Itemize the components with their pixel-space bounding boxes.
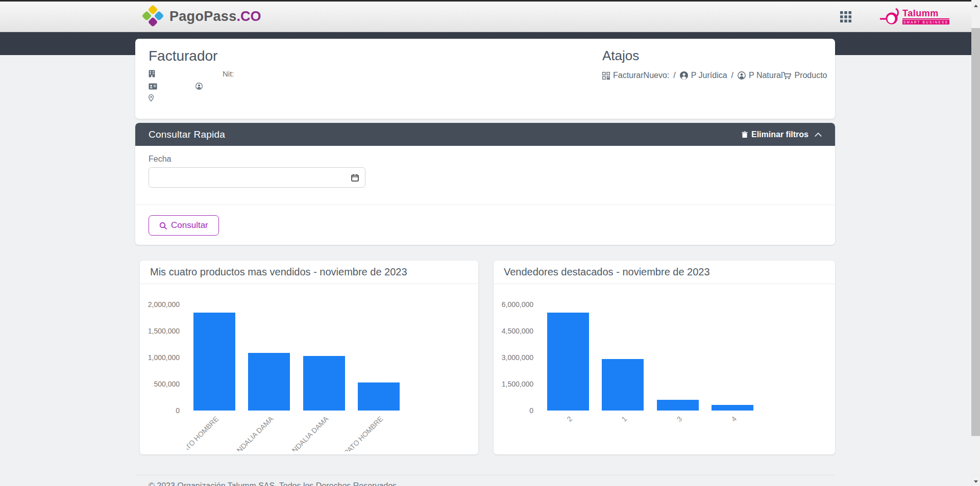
- sellers-bar-chart: 01,500,0003,000,0004,500,0006,000,000 21…: [494, 284, 835, 454]
- bar: [547, 313, 589, 411]
- nit-label: Nit:: [223, 69, 234, 78]
- pagopass-logo[interactable]: PagoPass.CO: [144, 8, 261, 25]
- talumm-mark-icon: [880, 7, 901, 27]
- shortcut-producto[interactable]: Producto: [782, 71, 827, 80]
- y-tick-label: 500,000: [154, 380, 180, 388]
- cart-icon: [782, 72, 791, 80]
- trash-icon: [742, 131, 748, 138]
- page-title: Facturador: [149, 48, 587, 64]
- chevron-up-icon[interactable]: [815, 133, 822, 137]
- window-edge: [0, 0, 980, 2]
- fecha-label: Fecha: [149, 155, 822, 164]
- shortcut-p-juridica[interactable]: P Jurídica: [680, 71, 727, 80]
- clear-filters-button[interactable]: Eliminar filtros: [742, 130, 808, 139]
- apps-grid-icon[interactable]: [838, 9, 853, 24]
- brand-name: PagoPass: [169, 9, 236, 24]
- x-axis-label: 2: [565, 415, 574, 423]
- bar: [248, 353, 290, 411]
- chart-title: Mis cuatro productos mas vendidos - novi…: [140, 261, 478, 284]
- page-footer: © 2023 Organización Talumm SAS. Todos lo…: [135, 475, 835, 486]
- user-icon: [195, 83, 203, 90]
- facturar-icon: [602, 72, 610, 80]
- facturador-row-company: Nit:: [149, 69, 587, 78]
- sellers-chart-card: Vendedores destacados - noviembre de 202…: [494, 261, 835, 454]
- search-icon: [159, 222, 167, 229]
- calendar-icon[interactable]: [351, 174, 359, 182]
- shortcut-p-natural[interactable]: P Natural: [738, 71, 782, 80]
- copyright-link[interactable]: © 2023 Organización Talumm SAS. Todos lo…: [149, 481, 399, 486]
- separator: /: [731, 71, 733, 80]
- id-card-icon: [149, 83, 159, 90]
- facturador-row-address: [149, 94, 587, 101]
- shortcut-p-natural-label: P Natural: [749, 71, 782, 80]
- talumm-name: Talumm: [902, 9, 949, 19]
- filter-title: Consultar Rapida: [149, 129, 225, 140]
- bar: [657, 400, 699, 411]
- clear-filters-label: Eliminar filtros: [751, 130, 808, 139]
- shortcut-facturar[interactable]: Facturar: [602, 71, 644, 80]
- fecha-input[interactable]: [149, 167, 365, 188]
- filter-panel: Consultar Rapida Eliminar filtros: [135, 123, 835, 245]
- bar: [303, 356, 345, 411]
- y-tick-label: 1,000,000: [148, 353, 180, 362]
- filter-panel-header: Consultar Rapida Eliminar filtros: [135, 123, 835, 146]
- facturador-row-id: [149, 83, 587, 90]
- x-axis-label: 4: [730, 415, 739, 423]
- y-tick-label: 0: [176, 406, 180, 415]
- consultar-button[interactable]: Consultar: [149, 215, 219, 236]
- nuevo-label: Nuevo:: [644, 71, 670, 80]
- separator: /: [673, 71, 675, 80]
- scrollbar-thumb[interactable]: [971, 28, 980, 436]
- app-header: PagoPass.CO Talumm SMART BUSINESS: [0, 2, 980, 32]
- brand-suffix: .CO: [236, 9, 261, 24]
- person-solid-icon: [680, 71, 688, 80]
- shortcut-p-juridica-label: P Jurídica: [691, 71, 727, 80]
- building-icon: [149, 70, 159, 78]
- y-tick-label: 3,000,000: [502, 353, 533, 362]
- bar: [712, 405, 753, 411]
- facturador-card: Facturador Nit:: [135, 39, 835, 119]
- chart-title: Vendedores destacados - noviembre de 202…: [494, 261, 835, 284]
- products-chart-card: Mis cuatro productos mas vendidos - novi…: [140, 261, 478, 454]
- scrollbar[interactable]: [971, 0, 980, 486]
- y-tick-label: 4,500,000: [502, 327, 533, 335]
- x-axis-label: PATO HOMBRE: [187, 415, 220, 451]
- scroll-up-arrow[interactable]: [971, 2, 980, 10]
- y-tick-label: 6,000,000: [502, 300, 533, 309]
- bar: [193, 313, 235, 411]
- y-tick-label: 1,500,000: [148, 327, 180, 335]
- map-pin-icon: [149, 94, 159, 101]
- y-tick-label: 1,500,000: [502, 380, 533, 388]
- pagopass-diamond-icon: [141, 5, 165, 29]
- atajos-title: Atajos: [602, 48, 822, 64]
- scroll-down-arrow[interactable]: [971, 477, 980, 486]
- person-circle-icon: [738, 71, 746, 80]
- bar: [602, 359, 644, 411]
- shortcut-facturar-label: Facturar: [613, 71, 644, 80]
- bar: [358, 382, 400, 411]
- products-bar-chart: 0500,0001,000,0001,500,0002,000,000 PATO…: [140, 284, 478, 454]
- x-axis-label: 1: [620, 415, 629, 423]
- talumm-logo: Talumm SMART BUSINESS: [880, 7, 949, 27]
- consultar-label: Consultar: [171, 220, 208, 231]
- y-tick-label: 0: [529, 406, 533, 415]
- x-axis-label: 3: [675, 415, 683, 423]
- talumm-tagline: SMART BUSINESS: [902, 20, 949, 25]
- y-tick-label: 2,000,000: [148, 300, 180, 309]
- shortcut-producto-label: Producto: [794, 71, 827, 80]
